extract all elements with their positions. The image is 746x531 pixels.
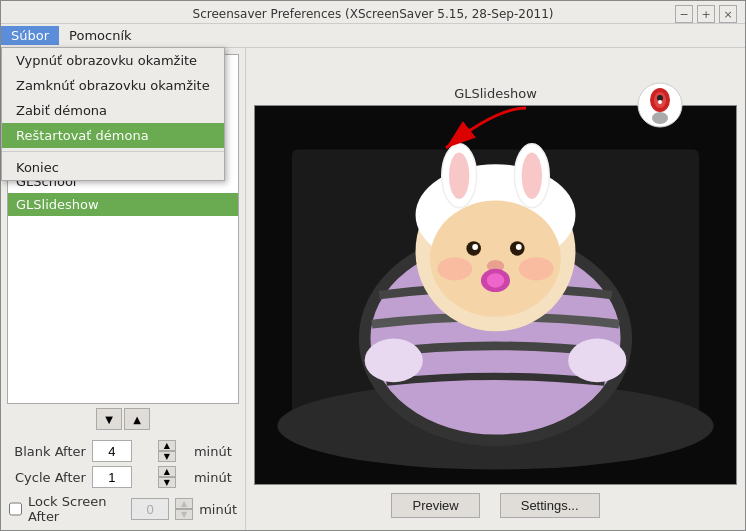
- preview-button[interactable]: Preview: [391, 493, 479, 518]
- lock-screen-label: Lock Screen After: [28, 494, 125, 524]
- lock-screen-down: ▼: [175, 509, 193, 520]
- lock-screen-checkbox[interactable]: [9, 502, 22, 516]
- nav-up-button[interactable]: ▲: [124, 408, 150, 430]
- settings-button[interactable]: Settings...: [500, 493, 600, 518]
- preview-box: [254, 105, 737, 485]
- blank-after-input[interactable]: [92, 440, 132, 462]
- lock-screen-row: Lock Screen After ▲ ▼ minút: [1, 494, 245, 530]
- menu-subor[interactable]: Súbor: [1, 26, 59, 45]
- svg-point-29: [568, 339, 626, 383]
- menu-koniec[interactable]: Koniec: [2, 155, 224, 180]
- screensaver-icon: [635, 80, 685, 130]
- svg-point-27: [519, 257, 554, 280]
- blank-after-unit: minút: [194, 444, 237, 459]
- menu-zamknut[interactable]: Zamknúť obrazovku okamžite: [2, 73, 224, 98]
- main-window: Screensaver Preferences (XScreenSaver 5.…: [0, 0, 746, 531]
- window-title: Screensaver Preferences (XScreenSaver 5.…: [193, 7, 554, 21]
- svg-point-21: [472, 244, 478, 250]
- blank-after-up[interactable]: ▲: [158, 440, 176, 451]
- action-buttons: Preview Settings...: [254, 485, 737, 522]
- svg-point-25: [487, 273, 504, 288]
- menubar: Súbor Pomocník Vypnúť obrazovku okamžite…: [1, 24, 745, 48]
- lock-screen-up: ▲: [175, 498, 193, 509]
- minimize-button[interactable]: −: [675, 5, 693, 23]
- maximize-button[interactable]: +: [697, 5, 715, 23]
- cycle-after-input[interactable]: [92, 466, 132, 488]
- blank-after-label: Blank After: [9, 444, 86, 459]
- svg-point-3: [652, 112, 668, 124]
- menu-vypnut[interactable]: Vypnúť obrazovku okamžite: [2, 48, 224, 73]
- menu-zabit[interactable]: Zabiť démona: [2, 98, 224, 123]
- blank-after-down[interactable]: ▼: [158, 451, 176, 462]
- svg-point-28: [365, 339, 423, 383]
- svg-point-22: [516, 244, 522, 250]
- svg-point-26: [437, 257, 472, 280]
- menu-pomocnik[interactable]: Pomocník: [59, 26, 141, 45]
- blank-after-spinner: ▲ ▼: [158, 440, 188, 462]
- menu-restartovat[interactable]: Reštartovať démona: [2, 123, 224, 148]
- list-nav-buttons: ▼ ▲: [1, 404, 245, 434]
- svg-point-5: [658, 100, 662, 104]
- settings-grid: Blank After ▲ ▼ minút Cycle After ▲ ▼ mi…: [1, 434, 245, 494]
- list-item-glslideshow[interactable]: GLSlideshow: [8, 193, 238, 216]
- right-panel: GLSlideshow: [246, 48, 745, 530]
- cycle-after-down[interactable]: ▼: [158, 477, 176, 488]
- cycle-after-spinner: ▲ ▼: [158, 466, 188, 488]
- title-bar: Screensaver Preferences (XScreenSaver 5.…: [1, 1, 745, 24]
- lock-screen-input: [131, 498, 169, 520]
- lock-screen-unit: minút: [199, 502, 237, 517]
- close-button[interactable]: ×: [719, 5, 737, 23]
- lock-screen-spinner: ▲ ▼: [175, 498, 193, 520]
- cycle-after-unit: minút: [194, 470, 237, 485]
- nav-down-button[interactable]: ▼: [96, 408, 122, 430]
- dropdown-menu: Vypnúť obrazovku okamžite Zamknúť obrazo…: [1, 47, 225, 181]
- title-bar-buttons: − + ×: [675, 5, 737, 23]
- cycle-after-label: Cycle After: [9, 470, 86, 485]
- svg-point-17: [522, 153, 542, 200]
- dropdown-separator: [2, 151, 224, 152]
- svg-point-16: [449, 153, 469, 200]
- cycle-after-up[interactable]: ▲: [158, 466, 176, 477]
